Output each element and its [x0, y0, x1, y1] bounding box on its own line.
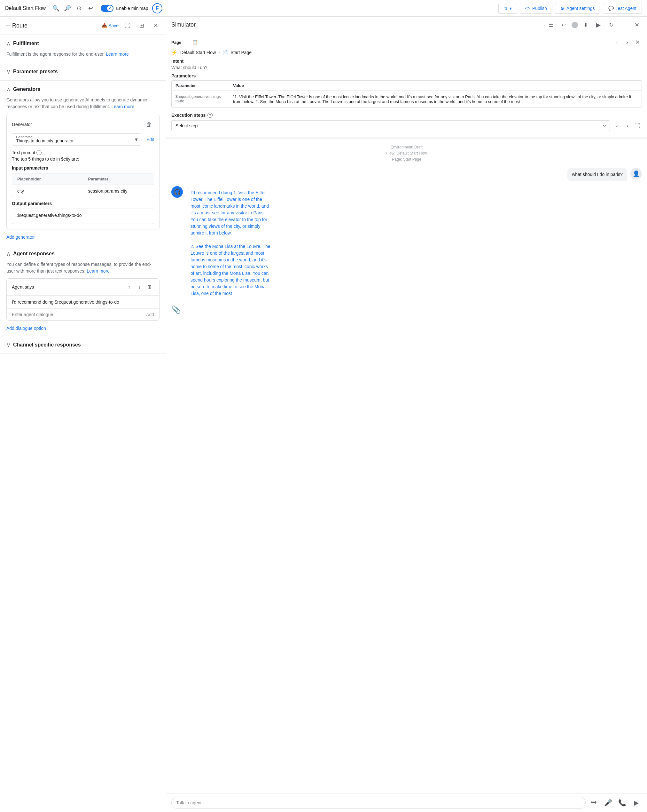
agent-dialogue-input[interactable] — [12, 312, 143, 317]
fullscreen-icon[interactable]: ⛶ — [122, 20, 132, 31]
fulfillment-title: Fulfillment — [13, 41, 39, 46]
exec-nav: ‹ › ⛶ — [612, 121, 642, 130]
agent-responses-body: You can define different types of respon… — [6, 261, 160, 331]
topbar: Default Start Flow 🔍 🔎 ⊙ ↩ ✓ Enable mini… — [0, 0, 647, 17]
generators-body: Generators allow you to use generative A… — [6, 97, 160, 240]
check-icon: ✓ — [109, 6, 111, 10]
left-panel: ← Route 📥 Save ⛶ ⊞ ✕ ∧ Fulfillment — [0, 17, 166, 812]
param-value: "1. Visit the Eiffel Tower. The Eiffel T… — [229, 91, 642, 107]
text-prompt-label-row: Text prompt i — [12, 150, 154, 155]
sim-params-row: $request.generative.things-to-do "1. Vis… — [172, 91, 642, 107]
delete-agent-says-button[interactable]: 🗑 — [145, 282, 154, 292]
close-sim-icon[interactable]: ✕ — [632, 20, 642, 30]
minimap-toggle[interactable]: ✓ Enable minimap — [101, 5, 148, 12]
exec-step-select[interactable]: Select step — [171, 120, 610, 131]
undo-icon[interactable]: ↩ — [85, 3, 96, 14]
zoom-out-icon[interactable]: 🔎 — [62, 3, 73, 14]
prev-step-button[interactable]: ‹ — [612, 121, 621, 130]
generators-header[interactable]: ∧ Generators — [6, 86, 160, 93]
environment-info: Environment: Draft Flow: Default Start F… — [171, 144, 642, 163]
layout-icon[interactable]: ⊞ — [137, 20, 147, 31]
back-button[interactable]: ← Route — [5, 22, 27, 29]
forward-icon[interactable]: ▶ — [630, 797, 642, 809]
fit-screen-icon[interactable]: ⊙ — [74, 3, 84, 14]
sync-icon: ⇅ — [504, 6, 508, 11]
delete-generator-button[interactable]: 🗑 — [144, 119, 154, 130]
params-section: Parameters Parameter Value $request.gene… — [171, 73, 642, 107]
channel-responses-header[interactable]: ∨ Channel specific responses — [6, 341, 160, 348]
fulfillment-chevron: ∧ — [6, 40, 11, 47]
channel-responses-chevron: ∨ — [6, 341, 11, 348]
save-button[interactable]: 📥 Save — [102, 23, 119, 28]
publish-label: Publish — [532, 6, 547, 11]
user-avatar[interactable]: F — [152, 3, 162, 14]
zoom-in-icon[interactable]: 🔍 — [51, 3, 61, 14]
publish-button[interactable]: <> Publish — [520, 3, 553, 14]
agent-responses-header[interactable]: ∧ Agent responses — [6, 250, 160, 257]
chat-icon: 💬 — [608, 6, 614, 11]
test-agent-label: Test Agent — [616, 6, 636, 11]
generator-select[interactable]: Generator Things to do in city generator… — [12, 133, 141, 146]
sync-button[interactable]: ⇅ ▾ — [498, 3, 517, 14]
undo-sim-icon[interactable]: ↩ — [559, 20, 569, 30]
fulfillment-body: Fulfillment is the agent response for th… — [6, 51, 160, 58]
param-presets-header[interactable]: ∨ Parameter presets — [6, 68, 160, 75]
agent-says-text: I'd recommend doing $request.generative.… — [7, 296, 159, 309]
gear-icon: ⚙ — [560, 6, 565, 11]
next-page-button[interactable]: › — [623, 38, 632, 47]
close-icon[interactable]: ✕ — [151, 20, 161, 31]
save-label: Save — [108, 23, 119, 28]
page-name: Start Page — [230, 50, 251, 55]
main-layout: ← Route 📥 Save ⛶ ⊞ ✕ ∧ Fulfillment — [0, 17, 647, 812]
talk-to-agent-input[interactable] — [171, 797, 586, 809]
refresh-icon[interactable]: ↻ — [606, 20, 616, 30]
phone-icon[interactable]: 📞 — [616, 797, 628, 809]
menu-icon[interactable]: ☰ — [546, 20, 556, 30]
fulfillment-header[interactable]: ∧ Fulfillment — [6, 40, 160, 47]
exec-steps-label: Execution steps ? — [171, 113, 642, 118]
mic-icon[interactable]: 🎤 — [602, 797, 614, 809]
channel-responses-title: Channel specific responses — [13, 342, 81, 348]
generators-learn-more[interactable]: Learn more — [111, 104, 134, 109]
route-title: Route — [12, 22, 27, 29]
more-options-icon[interactable]: ⋮ — [619, 20, 629, 30]
test-agent-button[interactable]: 💬 Test Agent — [603, 3, 642, 14]
generator-select-row: Generator Things to do in city generator… — [12, 133, 154, 146]
output-params-box: $request.generative.things-to-do — [12, 209, 154, 224]
fullscreen-step-button[interactable]: ⛶ — [633, 121, 642, 130]
generators-desc: Generators allow you to use generative A… — [6, 97, 160, 110]
text-prompt-info-icon[interactable]: i — [37, 150, 41, 155]
add-dialogue-button[interactable]: Add — [146, 312, 154, 317]
prev-page-button[interactable]: ‹ — [612, 38, 621, 47]
user-message: 👤 what should I do in paris? — [171, 168, 642, 181]
next-step-button[interactable]: › — [623, 121, 632, 130]
topbar-icons: 🔍 🔎 ⊙ ↩ — [51, 3, 96, 14]
add-dialogue-option-button[interactable]: Add dialogue option — [6, 326, 46, 331]
params-label: Parameters — [171, 73, 642, 78]
agent-dialogue-input-row: Add — [7, 309, 159, 320]
move-down-button[interactable]: ↓ — [135, 282, 144, 292]
agent-responses-learn-more[interactable]: Learn more — [87, 269, 110, 273]
edit-generator-link[interactable]: Edit — [146, 137, 154, 142]
download-icon[interactable]: ⬇ — [580, 20, 591, 30]
close-page-button[interactable]: ✕ — [633, 38, 642, 47]
param-presets-chevron: ∨ — [6, 68, 11, 75]
minimap-switch[interactable]: ✓ — [101, 5, 114, 12]
agent-says-box: Agent says ↑ ↓ 🗑 I'd recommend doing $re… — [6, 278, 160, 321]
move-up-button[interactable]: ↑ — [125, 282, 134, 292]
send-icon[interactable]: ⮩ — [588, 797, 600, 809]
page-doc-icon[interactable]: 📋 — [190, 37, 200, 47]
add-generator-button[interactable]: Add generator — [6, 235, 35, 240]
user-avatar-chat: 👤 — [630, 168, 642, 180]
save-icon: 📥 — [102, 23, 107, 28]
agent-responses-section: ∧ Agent responses You can define differe… — [0, 245, 166, 336]
exec-steps-info-icon[interactable]: ? — [207, 113, 213, 118]
topbar-actions: ⇅ ▾ <> Publish ⚙ Agent settings 💬 Test A… — [498, 3, 642, 14]
page-nav: ‹ › ✕ — [612, 38, 642, 47]
agent-settings-button[interactable]: ⚙ Agent settings — [555, 3, 600, 14]
flow-name: Default Start Flow — [180, 50, 216, 55]
fulfillment-learn-more[interactable]: Learn more — [106, 52, 129, 56]
agent-settings-label: Agent settings — [566, 6, 595, 11]
right-panel: Simulator ☰ ↩ ⬇ ▶ ↻ ⋮ ✕ Page 📋 ‹ › ✕ — [166, 17, 647, 812]
play-icon[interactable]: ▶ — [593, 20, 603, 30]
